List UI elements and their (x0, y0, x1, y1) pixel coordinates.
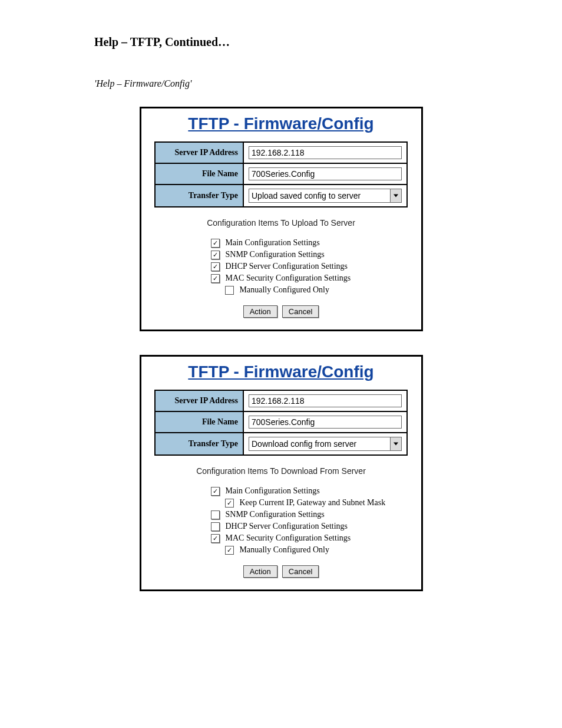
checkbox-label: MAC Security Configuration Settings (226, 533, 351, 543)
page-heading: Help – TFTP, Continued… (94, 35, 562, 49)
checkbox-label: SNMP Configuration Settings (226, 250, 325, 259)
check-icon: ✓ (213, 535, 218, 542)
checkbox-mac[interactable]: ✓ (211, 274, 220, 283)
check-icon: ✓ (213, 263, 218, 270)
page-subheading: 'Help – Firmware/Config' (94, 78, 562, 89)
checkbox-group: ✓Main Configuration Settings ✓SNMP Confi… (211, 238, 421, 295)
action-button[interactable]: Action (243, 565, 277, 578)
form-table: Server IP Address File Name Transfer Typ… (154, 141, 408, 207)
label-transfer-type: Transfer Type (155, 433, 243, 455)
checkbox-manual[interactable]: ✓ (225, 546, 234, 555)
checkbox-label: SNMP Configuration Settings (226, 510, 325, 519)
tftp-panel-upload: TFTP - Firmware/Config Server IP Address… (140, 107, 423, 331)
checkbox-manual[interactable] (225, 286, 234, 295)
label-server-ip: Server IP Address (155, 390, 243, 411)
file-name-input[interactable] (249, 167, 402, 180)
checkbox-mac[interactable]: ✓ (211, 534, 220, 543)
form-table: Server IP Address File Name Transfer Typ… (154, 390, 408, 456)
section-label: Configuration Items To Upload To Server (141, 218, 421, 228)
cancel-button[interactable]: Cancel (282, 305, 319, 318)
check-icon: ✓ (213, 488, 218, 495)
label-transfer-type: Transfer Type (155, 185, 243, 207)
checkbox-label: Manually Configured Only (240, 285, 329, 295)
checkbox-group: ✓Main Configuration Settings ✓Keep Curre… (211, 486, 421, 555)
checkbox-dhcp[interactable] (211, 522, 220, 531)
checkbox-keep-ip[interactable]: ✓ (225, 499, 234, 508)
panel-title: TFTP - Firmware/Config (141, 357, 421, 390)
checkbox-main[interactable]: ✓ (211, 239, 220, 248)
transfer-type-value: Download config from server (249, 437, 390, 450)
transfer-type-select[interactable]: Upload saved config to server (249, 189, 402, 203)
check-icon: ✓ (227, 547, 232, 554)
dropdown-icon[interactable] (390, 189, 401, 202)
checkbox-main[interactable]: ✓ (211, 487, 220, 496)
action-button[interactable]: Action (243, 305, 277, 318)
label-file-name: File Name (155, 163, 243, 185)
checkbox-label: MAC Security Configuration Settings (226, 274, 351, 283)
check-icon: ✓ (213, 275, 218, 282)
checkbox-label: Main Configuration Settings (226, 238, 320, 248)
panel-title: TFTP - Firmware/Config (141, 108, 421, 141)
checkbox-label: DHCP Server Configuration Settings (226, 262, 348, 271)
checkbox-label: Keep Current IP, Gateway and Subnet Mask (240, 498, 386, 508)
checkbox-snmp[interactable]: ✓ (211, 251, 220, 259)
checkbox-label: Main Configuration Settings (226, 486, 320, 496)
svg-marker-0 (394, 195, 398, 197)
label-server-ip: Server IP Address (155, 142, 243, 163)
server-ip-input[interactable] (249, 394, 402, 407)
transfer-type-select[interactable]: Download config from server (249, 437, 402, 451)
server-ip-input[interactable] (249, 146, 402, 159)
checkbox-dhcp[interactable]: ✓ (211, 262, 220, 271)
file-name-input[interactable] (249, 416, 402, 429)
section-label: Configuration Items To Download From Ser… (141, 466, 421, 476)
svg-marker-1 (394, 443, 398, 446)
tftp-panel-download: TFTP - Firmware/Config Server IP Address… (140, 355, 423, 591)
checkbox-label: DHCP Server Configuration Settings (226, 522, 348, 531)
dropdown-icon[interactable] (390, 437, 401, 450)
checkbox-label: Manually Configured Only (240, 545, 329, 555)
transfer-type-value: Upload saved config to server (249, 189, 390, 202)
checkbox-snmp[interactable] (211, 510, 220, 519)
label-file-name: File Name (155, 411, 243, 433)
check-icon: ✓ (213, 252, 218, 258)
check-icon: ✓ (227, 500, 232, 506)
cancel-button[interactable]: Cancel (282, 565, 319, 578)
check-icon: ✓ (213, 240, 218, 246)
